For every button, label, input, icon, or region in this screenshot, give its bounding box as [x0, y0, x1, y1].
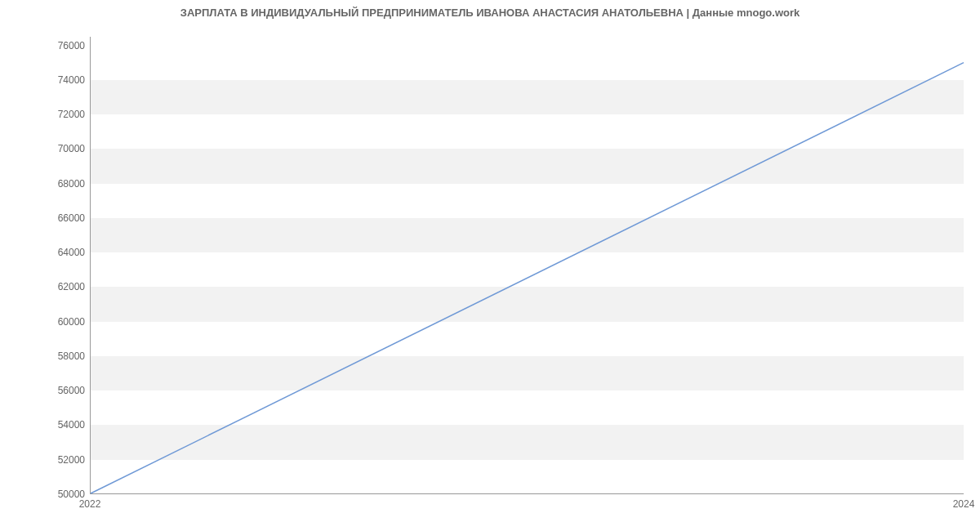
y-tick-label: 56000	[11, 385, 85, 396]
y-tick-label: 52000	[11, 454, 85, 466]
plot-area	[90, 37, 964, 494]
y-tick-label: 64000	[11, 247, 85, 258]
chart-title: ЗАРПЛАТА В ИНДИВИДУАЛЬНЫЙ ПРЕДПРИНИМАТЕЛ…	[0, 7, 980, 19]
y-tick-label: 76000	[11, 40, 85, 51]
y-tick-label: 66000	[11, 212, 85, 224]
salary-chart: ЗАРПЛАТА В ИНДИВИДУАЛЬНЫЙ ПРЕДПРИНИМАТЕЛ…	[0, 0, 980, 531]
y-tick-label: 74000	[11, 74, 85, 86]
y-tick-label: 58000	[11, 350, 85, 362]
data-line	[91, 63, 964, 493]
x-tick-label: 2022	[79, 498, 101, 510]
y-tick-label: 62000	[11, 281, 85, 292]
line-layer	[91, 37, 964, 493]
y-tick-label: 60000	[11, 316, 85, 328]
y-tick-label: 54000	[11, 419, 85, 431]
x-tick-label: 2024	[953, 498, 975, 510]
y-tick-label: 70000	[11, 143, 85, 154]
y-tick-label: 50000	[11, 489, 85, 500]
y-tick-label: 68000	[11, 178, 85, 190]
y-tick-label: 72000	[11, 109, 85, 120]
